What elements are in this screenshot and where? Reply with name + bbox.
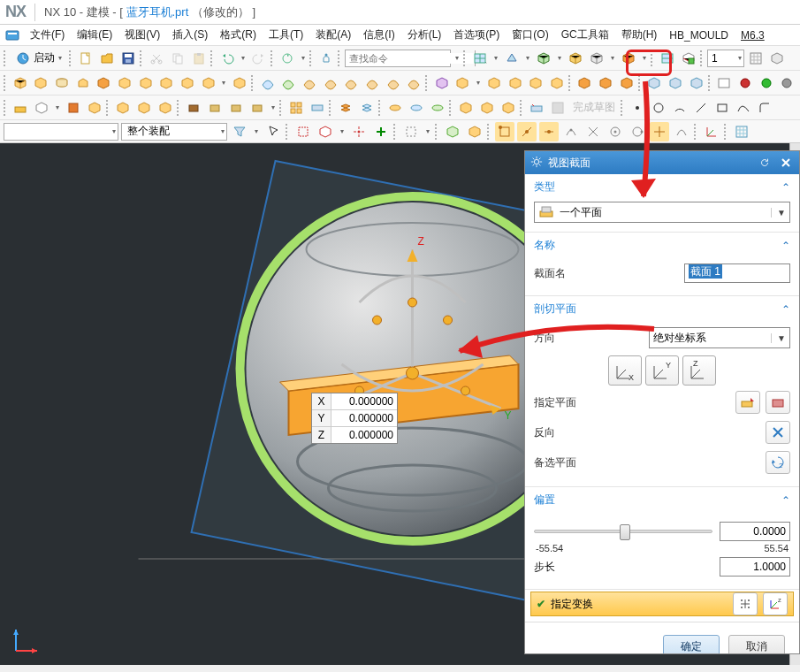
- copy-icon[interactable]: [168, 49, 187, 68]
- axis-z-button[interactable]: Z: [682, 355, 716, 386]
- orange-cube-icon[interactable]: [619, 49, 638, 68]
- menu-edit[interactable]: 编辑(E): [72, 26, 118, 44]
- surface-icon[interactable]: [362, 73, 382, 93]
- line-icon[interactable]: [691, 98, 711, 118]
- section-type-select[interactable]: 一个平面 ▼: [534, 202, 790, 223]
- paste-icon[interactable]: [189, 49, 209, 68]
- solid-op-icon[interactable]: [432, 73, 452, 93]
- undo-dropdown[interactable]: ▾: [239, 54, 248, 62]
- undo-icon[interactable]: [217, 49, 237, 68]
- assy-op-icon[interactable]: [666, 73, 685, 93]
- menu-help[interactable]: 帮助(H): [616, 26, 663, 44]
- mold-icon[interactable]: [205, 98, 225, 118]
- touch-icon[interactable]: [316, 49, 336, 68]
- cut-icon[interactable]: [147, 49, 166, 68]
- iso-cube-icon[interactable]: [443, 122, 462, 141]
- section-cutplane-header[interactable]: 剖切平面 ⌃: [525, 296, 799, 320]
- feature-icon[interactable]: [477, 98, 497, 118]
- surface-icon[interactable]: [321, 73, 340, 93]
- hole-icon[interactable]: [428, 98, 447, 118]
- edit-section-icon[interactable]: [679, 49, 698, 68]
- marquee-icon[interactable]: [401, 122, 421, 141]
- specify-transform-row[interactable]: ✔ 指定变换 Z: [530, 592, 794, 616]
- snap-point-icon[interactable]: [349, 122, 369, 141]
- window-number-select[interactable]: 1 ▾: [707, 50, 744, 67]
- ball-icon[interactable]: [777, 73, 796, 93]
- menu-analyze[interactable]: 分析(L): [402, 26, 447, 44]
- snap-curve-icon[interactable]: [672, 122, 691, 141]
- startup-button[interactable]: 启动 ▾: [11, 49, 67, 68]
- feature-icon[interactable]: [11, 73, 30, 93]
- spline-icon[interactable]: [734, 98, 753, 118]
- panel-header[interactable]: 视图截面: [525, 151, 799, 174]
- pattern-icon[interactable]: [286, 98, 306, 118]
- assy-op-icon[interactable]: [596, 73, 615, 93]
- feature-icon[interactable]: [456, 98, 476, 118]
- wcs-icon[interactable]: [702, 122, 721, 141]
- snap-int-icon[interactable]: [583, 122, 603, 141]
- axis-y-button[interactable]: Y: [645, 355, 679, 386]
- menu-format[interactable]: 格式(R): [215, 26, 262, 44]
- sheet-icon[interactable]: [715, 73, 735, 93]
- redo-icon[interactable]: [249, 49, 269, 68]
- section-name-input[interactable]: 截面 1: [684, 263, 790, 283]
- surface-icon[interactable]: [384, 73, 403, 93]
- menu-insert[interactable]: 插入(S): [167, 26, 213, 44]
- feature-icon[interactable]: [230, 73, 249, 93]
- grid-cube-icon[interactable]: [587, 49, 606, 68]
- save-icon[interactable]: [118, 49, 138, 68]
- menu-assembly[interactable]: 装配(A): [310, 26, 356, 44]
- alt-plane-button[interactable]: 2: [766, 451, 790, 474]
- assembly-filter-select[interactable]: 整个装配▾: [121, 123, 227, 141]
- surface-icon[interactable]: [341, 73, 361, 93]
- section-name-header[interactable]: 名称 ⌃: [525, 233, 799, 256]
- assy-op-icon[interactable]: [645, 73, 665, 93]
- pick-body-icon[interactable]: [316, 122, 335, 141]
- snap-center-icon[interactable]: [606, 122, 625, 141]
- shaded-cube-icon[interactable]: [566, 49, 585, 68]
- fillet-icon[interactable]: [755, 98, 774, 118]
- step-value-input[interactable]: 1.0000: [720, 557, 790, 577]
- menu-window[interactable]: 窗口(O): [507, 26, 553, 44]
- feature-icon[interactable]: [156, 73, 176, 93]
- snap-mid-icon[interactable]: [517, 122, 537, 141]
- rect-icon[interactable]: [712, 98, 732, 118]
- new-file-icon[interactable]: [76, 49, 95, 68]
- iso-cube-icon[interactable]: [465, 122, 484, 141]
- slider-thumb[interactable]: [620, 524, 630, 540]
- menu-hb-mould[interactable]: HB_MOULD: [664, 27, 734, 43]
- surface-icon[interactable]: [279, 73, 299, 93]
- pick-rect-icon[interactable]: [293, 122, 313, 141]
- feature-icon[interactable]: [199, 73, 218, 93]
- snap-knot-icon[interactable]: [561, 122, 581, 141]
- layer-grid-icon[interactable]: [746, 49, 766, 68]
- feature-icon[interactable]: [178, 73, 197, 93]
- menu-m63[interactable]: M6.3: [735, 27, 770, 43]
- feature-icon[interactable]: [499, 98, 518, 118]
- assy-op-icon[interactable]: [617, 73, 636, 93]
- menu-view[interactable]: 视图(V): [119, 26, 165, 44]
- open-file-icon[interactable]: [97, 49, 117, 68]
- point-icon[interactable]: [628, 98, 647, 118]
- hole-icon[interactable]: [407, 98, 426, 118]
- menu-tools[interactable]: 工具(T): [263, 26, 309, 44]
- reverse-button[interactable]: [766, 421, 790, 444]
- offset-value-input[interactable]: 0.0000: [720, 522, 790, 541]
- feature-icon[interactable]: [115, 73, 134, 93]
- plane-dialog-button[interactable]: [766, 391, 790, 414]
- solid-op-icon[interactable]: [484, 73, 504, 93]
- finish-sketch-icon[interactable]: [548, 98, 568, 118]
- solid-op-icon[interactable]: [526, 73, 545, 93]
- feature-icon[interactable]: [73, 73, 93, 93]
- snap-plus-icon[interactable]: [371, 122, 391, 141]
- axis-x-button[interactable]: X: [608, 355, 642, 386]
- layer-cube-icon[interactable]: [767, 49, 787, 68]
- search-dropdown[interactable]: ▾: [453, 54, 461, 62]
- ok-button[interactable]: 确定: [663, 635, 720, 653]
- snap-cross-icon[interactable]: [650, 122, 669, 141]
- section-offset-header[interactable]: 偏置 ⌃: [525, 487, 799, 511]
- transform-csys-button[interactable]: Z: [763, 592, 788, 615]
- section-view-icon[interactable]: [658, 49, 677, 68]
- feature-icon[interactable]: [32, 73, 51, 93]
- assy-op-icon[interactable]: [687, 73, 706, 93]
